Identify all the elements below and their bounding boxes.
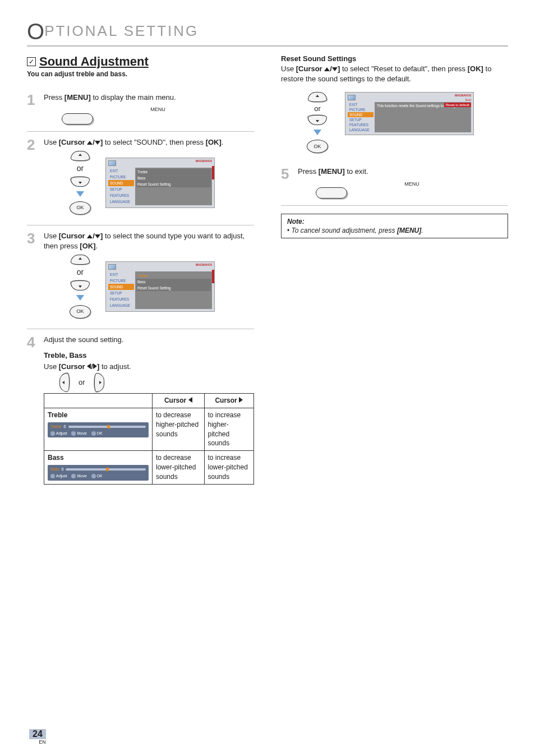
page-title: OPTIONAL SETTING <box>27 19 508 45</box>
step-text: . <box>222 138 224 146</box>
menu-button-graphic: MENU <box>62 106 254 125</box>
page-header: OPTIONAL SETTING <box>27 19 508 47</box>
keys-column: or OK <box>298 92 337 153</box>
right-arrow-icon <box>239 397 243 403</box>
osd-item: PICTURE <box>108 278 134 284</box>
osd-item: FEATURES <box>108 296 134 302</box>
header-text: Cursor <box>164 397 186 404</box>
brand-logo: MAGNAVOX <box>196 159 212 163</box>
step-text: Press <box>298 167 319 176</box>
osd-item-selected: SOUND <box>108 284 134 290</box>
up-arrow-icon <box>324 67 330 71</box>
control-icon <box>91 474 96 478</box>
ok-label: [OK] <box>468 64 483 73</box>
page-lang: EN <box>29 739 46 745</box>
ok-button-icon: OK <box>70 201 91 215</box>
cursor-down-icon <box>71 177 90 187</box>
note-item: To cancel sound adjustment, press [MENU]… <box>287 227 502 234</box>
step-number: 1 <box>27 93 38 125</box>
control-icon <box>91 431 96 436</box>
osd-item: LANGUAGE <box>348 127 373 132</box>
table-row: Treble Treble 0 Adjust Mo <box>44 408 254 451</box>
subsection-title: Treble, Bass <box>44 351 254 361</box>
osd-sub-item: Reset Sound Setting <box>136 285 211 291</box>
osd-right-submenu: Treble Bass Reset Sound Setting <box>135 271 212 309</box>
control-icon <box>71 431 76 436</box>
up-arrow-icon <box>87 234 93 238</box>
table-cell-name: Bass Bass 0 Adjust Move <box>44 451 153 484</box>
slider-name: Bass <box>50 467 59 472</box>
step-2: 2 Use [Cursor /] to select "SOUND", then… <box>27 132 254 225</box>
step-4: 4 Adjust the sound setting. Treble, Bass… <box>27 329 254 491</box>
step-text: to select "SOUND", then press <box>103 138 205 146</box>
down-arrow-icon <box>95 234 100 238</box>
title-initial: O <box>27 19 44 44</box>
indicator-stripe <box>212 170 214 175</box>
step-text: Use <box>281 64 296 73</box>
osd-item-selected: SOUND <box>108 180 134 186</box>
brand-logo: MAGNAVOX <box>196 263 212 267</box>
brand-logo: MAGNAVOX <box>455 94 471 97</box>
table-header-row: Cursor Cursor <box>44 394 254 408</box>
setting-name: Treble <box>48 411 67 419</box>
osd-item: LANGUAGE <box>108 302 134 308</box>
lr-key-row: or <box>55 377 254 388</box>
cursor-right-icon <box>94 373 104 392</box>
or-label: or <box>77 267 84 278</box>
table-cell-name: Treble Treble 0 Adjust Mo <box>44 408 153 451</box>
osd-sub-item: Bass <box>136 175 211 181</box>
title-rest: PTIONAL SETTING <box>44 22 199 39</box>
table-header <box>44 394 153 408</box>
osd-item: EXIT <box>108 271 134 278</box>
or-label: or <box>79 377 85 388</box>
menu-key-label: [MENU] <box>319 167 345 176</box>
osd-item: SETUP <box>108 186 134 192</box>
step-text: Press <box>44 93 64 102</box>
left-arrow-icon <box>87 363 91 369</box>
section-title-row: ✓ Sound Adjustment <box>27 54 254 69</box>
ok-button-icon: OK <box>70 305 91 319</box>
cursor-up-icon <box>71 151 90 161</box>
indicator-stripe <box>212 274 214 279</box>
flow-arrow-icon <box>313 130 321 135</box>
slider-track <box>66 468 146 471</box>
indicator-stripe <box>212 166 214 170</box>
control-label: Move <box>77 473 86 479</box>
step-body: Press [MENU] to exit. MENU <box>298 167 508 199</box>
osd-item: FEATURES <box>348 122 373 127</box>
left-arrow-icon <box>188 397 192 403</box>
tv-icon <box>348 95 356 100</box>
step-number: 3 <box>27 231 38 322</box>
step-body: Press [MENU] to display the main menu. M… <box>44 93 254 125</box>
control-label: Adjust <box>56 473 67 479</box>
osd-left-menu: EXIT PICTURE SOUND SETUP FEATURES LANGUA… <box>348 102 373 132</box>
flow-arrow-icon <box>76 295 84 301</box>
control-label: Adjust <box>56 431 67 436</box>
control-icon <box>71 474 76 478</box>
control-label: Move <box>77 431 86 436</box>
osd-menu-screenshot: MAGNAVOX EXIT PICTURE SOUND SETUP FEATUR… <box>105 158 215 208</box>
osd-menu-screenshot: MAGNAVOX EXIT PICTURE SOUND SETUP FEATUR… <box>105 261 215 312</box>
table-cell: to increase higher-pitched sounds <box>204 408 254 451</box>
cursor-up-icon <box>71 255 90 265</box>
step-number: 5 <box>281 167 292 199</box>
menu-button-label: MENU <box>62 106 254 113</box>
flow-arrow-icon <box>76 191 84 197</box>
menu-key-label: [MENU] <box>64 93 91 102</box>
table-header: Cursor <box>153 394 205 408</box>
menu-button-icon <box>316 187 347 199</box>
note-box: Note: To cancel sound adjustment, press … <box>281 214 508 238</box>
control-label: OK <box>97 431 103 436</box>
indicator-stripe <box>212 270 214 274</box>
table-row: Bass Bass 0 Adjust Move <box>44 451 254 484</box>
control-icon <box>50 431 55 436</box>
indicator-stripe <box>212 175 214 179</box>
step-body: Use [Cursor /] to select the sound type … <box>44 231 254 322</box>
step-text: Use <box>44 138 59 146</box>
osd-sub-item: Reset Sound Setting <box>136 181 211 187</box>
step-5: 5 Press [MENU] to exit. MENU <box>281 161 508 206</box>
osd-item: EXIT <box>348 102 373 107</box>
osd-item: LANGUAGE <box>108 199 134 205</box>
reset-illustration-row: or OK MAGNAVOX Reset to default Exit EXI… <box>298 92 508 153</box>
header-text: Cursor <box>215 397 237 404</box>
